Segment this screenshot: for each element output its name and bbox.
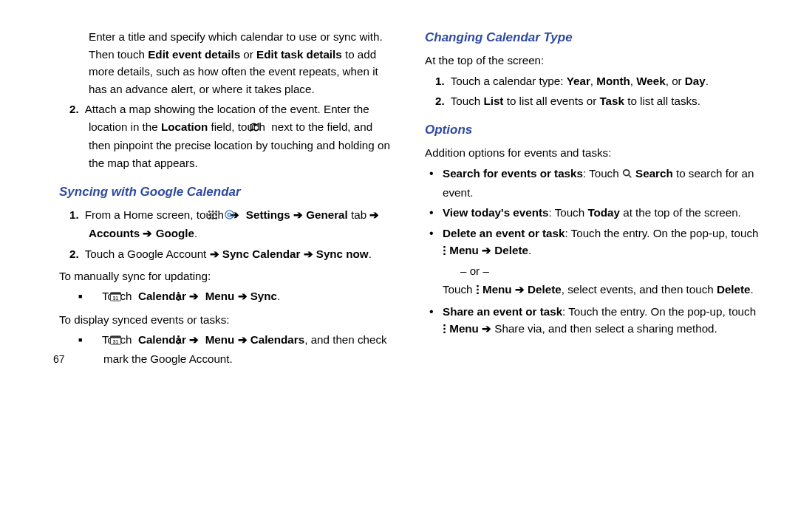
text-segment: ,: [590, 75, 596, 87]
svg-rect-34: [443, 332, 445, 333]
text-segment: to list all events or: [503, 95, 599, 107]
arrow-icon: ➔: [186, 290, 202, 302]
left-column: Enter a title and specify which calendar…: [30, 28, 395, 370]
numbered-step-2: 2.Attach a map showing the location of t…: [59, 100, 395, 171]
bold-text: Delete: [528, 283, 562, 296]
text-segment: .: [277, 290, 280, 302]
text-segment: , select events, and then touch: [562, 283, 717, 296]
text-segment: Touch a Google Account: [85, 248, 210, 260]
display-synced-bullet: Touch 31 Calendar ➔ Menu ➔ Calendars, an…: [59, 331, 395, 367]
text-segment: .: [194, 227, 197, 239]
bold-text: Sync Calendar: [222, 248, 301, 260]
text-segment: to list all tasks.: [624, 95, 700, 107]
bold-text: Share an event or task: [443, 305, 562, 318]
arrow-icon: ➔: [210, 248, 222, 260]
text-segment: Touch: [451, 95, 484, 107]
bold-text: Year: [567, 75, 590, 87]
text-segment: .: [528, 244, 531, 256]
text-segment: : Touch the entry. On the pop-up, touch: [562, 305, 756, 318]
svg-rect-17: [178, 299, 180, 301]
option-share: Share an event or task: Touch the entry.…: [440, 303, 761, 339]
bold-text: Sync now: [316, 248, 369, 260]
option-delete: Delete an event or task: Touch the entry…: [440, 225, 761, 300]
arrow-icon: ➔: [369, 208, 379, 221]
arrow-icon: ➔: [300, 248, 316, 260]
svg-rect-27: [443, 250, 445, 251]
arrow-icon: ➔: [234, 333, 250, 346]
bold-text: Menu: [205, 333, 235, 346]
sync-step-2: 2.Touch a Google Account ➔ Sync Calendar…: [59, 245, 395, 263]
bold-text: Month: [596, 75, 630, 87]
svg-rect-32: [443, 324, 445, 326]
options-list: Search for events or tasks: Touch Search…: [425, 165, 761, 339]
bold-text: General: [306, 208, 348, 221]
change-step-2: 2.Touch List to list all events or Task …: [425, 92, 761, 110]
bold-text: Day: [685, 75, 706, 87]
svg-rect-23: [178, 343, 180, 344]
text-segment: .: [706, 75, 709, 87]
page-number: 67: [53, 352, 65, 368]
text-segment: From a Home screen, touch: [85, 208, 227, 221]
bold-text: Menu: [449, 322, 479, 335]
svg-rect-13: [110, 293, 120, 295]
svg-rect-30: [477, 289, 478, 290]
svg-rect-15: [178, 292, 180, 293]
step-number: 2.: [69, 103, 79, 115]
manual-sync-label: To manually sync for updating:: [59, 267, 395, 285]
step-number: 2.: [69, 248, 79, 260]
heading-changing-calendar-type: Changing Calendar Type: [425, 28, 761, 47]
intro-paragraph: Enter a title and specify which calendar…: [59, 28, 395, 98]
search-icon: [622, 166, 632, 184]
bold-text: Search: [635, 167, 673, 180]
svg-point-7: [208, 217, 211, 219]
bold-text: Today: [587, 206, 620, 219]
bold-text: List: [483, 95, 503, 107]
bold-text: View today's events: [443, 206, 548, 219]
text-segment: Touch: [443, 283, 476, 296]
svg-point-2: [212, 211, 214, 213]
bold-text: Menu: [449, 244, 479, 256]
text-segment: at the top of the screen.: [620, 206, 741, 219]
step-number: 1.: [435, 75, 445, 87]
svg-rect-19: [110, 336, 120, 338]
heading-syncing: Syncing with Google Calendar: [59, 183, 395, 202]
svg-point-9: [215, 217, 217, 219]
svg-rect-16: [178, 296, 180, 297]
text-segment: Share via, and then select a sharing met…: [494, 322, 717, 335]
arrow-icon: ➔: [186, 333, 202, 346]
bold-text: Delete: [717, 283, 751, 296]
bold-text: Sync: [250, 290, 277, 302]
bold-text: Google: [156, 227, 194, 239]
arrow-icon: ➔: [479, 322, 494, 335]
text-segment: : Touch the entry. On the pop-up, touch: [565, 227, 758, 239]
bold-text: Settings: [246, 208, 290, 221]
text-segment: or: [240, 48, 256, 61]
arrow-icon: ➔: [479, 244, 494, 256]
option-search: Search for events or tasks: Touch Search…: [440, 165, 761, 201]
bold-text: Delete an event or task: [443, 227, 565, 239]
svg-point-6: [215, 214, 217, 216]
svg-text:31: 31: [113, 296, 119, 301]
arrow-icon: ➔: [512, 283, 528, 296]
text-segment: ,: [630, 75, 636, 87]
or-separator: – or –: [460, 262, 761, 280]
text-segment: .: [369, 248, 372, 260]
bold-text: Edit task details: [256, 48, 342, 61]
kebab-menu-icon: [476, 282, 480, 300]
manual-page: Enter a title and specify which calendar…: [0, 0, 798, 385]
right-column: Changing Calendar Type At the top of the…: [425, 28, 768, 370]
change-step-1: 1.Touch a calendar type: Year, Month, We…: [425, 72, 761, 90]
svg-point-3: [215, 211, 217, 213]
option-delete-alt: Touch Menu ➔ Delete, select events, and …: [443, 281, 761, 300]
arrow-icon: ➔: [140, 227, 155, 239]
bold-text: Search for events or tasks: [443, 167, 583, 180]
bold-text: Week: [636, 75, 665, 87]
svg-rect-21: [178, 335, 180, 337]
step-number: 1.: [69, 208, 79, 221]
bold-text: Accounts: [89, 227, 140, 239]
svg-point-4: [208, 214, 211, 216]
bold-text: Calendars: [250, 333, 304, 346]
text-segment: .: [751, 283, 754, 296]
text-segment: tab: [348, 208, 370, 221]
bold-text: Menu: [482, 283, 512, 296]
